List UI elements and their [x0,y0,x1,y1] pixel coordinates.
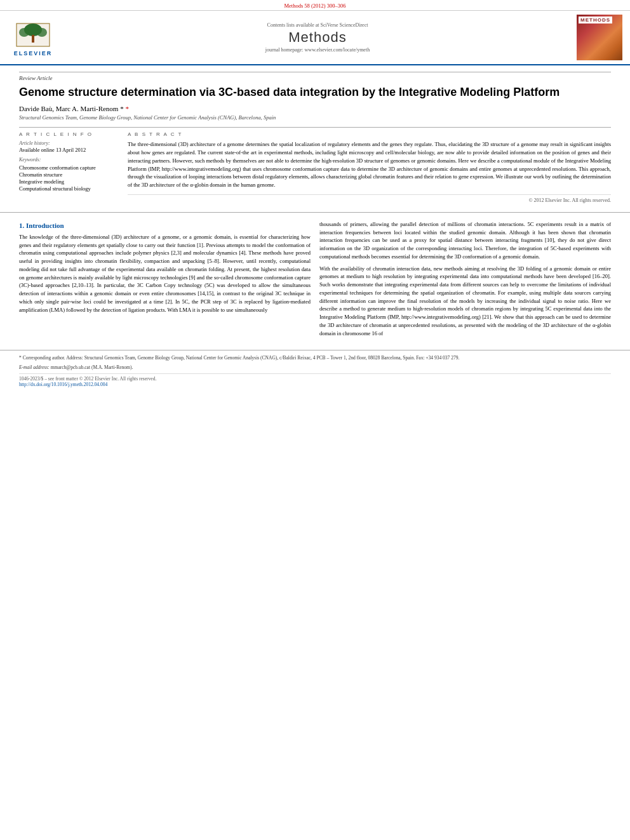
article-section: Review Article Genome structure determin… [0,65,630,210]
footer-footnote-star: * Corresponding author. Address: Structu… [19,354,611,361]
journal-homepage: journal homepage: www.elsevier.com/locat… [66,47,569,53]
svg-rect-2 [32,35,34,43]
keyword-2: Chromatin structure [19,171,117,178]
article-type-label: Review Article [19,72,611,81]
email-value: mmarch@pcb.ub.cat (M.A. Marti-Renom). [51,364,133,370]
sciverse-line: Contents lists available at SciVerse Sci… [66,22,569,28]
keyword-1: Chromosome conformation capture [19,164,117,171]
body-paragraph-right-1: thousands of primers, allowing the paral… [319,220,611,261]
journal-name: Methods [66,29,569,46]
issn-line: 1046-2023/$ – see front matter © 2012 El… [19,376,611,382]
article-info-abstract: A R T I C L E I N F O Article history: A… [19,127,611,203]
svg-point-3 [19,28,29,37]
body-left-column: 1. Introduction The knowledge of the thr… [19,220,311,342]
journal-header: ELSEVIER Contents lists available at Sci… [0,11,630,65]
article-info-column: A R T I C L E I N F O Article history: A… [19,131,117,203]
abstract-body: The three-dimensional (3D) architecture … [128,140,611,189]
keyword-4: Computational structural biology [19,185,117,192]
article-history-label: Article history: [19,140,117,146]
methods-cover-label: METHODS [579,17,612,23]
abstract-text-content: The three-dimensional (3D) architecture … [128,141,611,188]
corresponding-author-mark: * [125,105,129,112]
footer-copyright: 1046-2023/$ – see front matter © 2012 El… [19,373,611,387]
elsevier-logo: ELSEVIER [8,18,58,57]
author-affiliation: Structural Genomics Team, Genome Biology… [19,114,611,121]
body-paragraph-right-2: With the availability of chromatin inter… [319,265,611,338]
abstract-copyright: © 2012 Elsevier Inc. All rights reserved… [128,194,611,203]
available-online-value: Available online 13 April 2012 [19,147,117,153]
body-paragraph-1: The knowledge of the three-dimensional (… [19,233,311,314]
svg-point-4 [37,28,47,37]
author-names: Davide Baù, Marc A. Marti-Renom * [19,105,124,112]
page-footer: * Corresponding author. Address: Structu… [0,350,630,390]
journal-citation: Methods 58 (2012) 300–306 [284,3,345,9]
article-title: Genome structure determination via 3C-ba… [19,85,611,100]
main-body-section: 1. Introduction The knowledge of the thr… [0,212,630,348]
abstract-column: A B S T R A C T The three-dimensional (3… [128,131,611,203]
keyword-3: Integrative modeling [19,178,117,185]
doi-line: http://dx.doi.org/10.1016/j.ymeth.2012.0… [19,382,611,387]
article-info-heading: A R T I C L E I N F O [19,131,117,137]
keywords-label: Keywords: [19,157,117,163]
doi-link[interactable]: http://dx.doi.org/10.1016/j.ymeth.2012.0… [19,382,107,387]
section-1-heading: 1. Introduction [19,222,311,229]
authors-line: Davide Baù, Marc A. Marti-Renom * * [19,105,611,112]
email-label: E-mail address: [19,364,50,370]
journal-citation-bar: Methods 58 (2012) 300–306 [0,0,630,11]
journal-title-block: Contents lists available at SciVerse Sci… [66,22,569,53]
elsevier-logo-icon [11,18,55,49]
abstract-heading: A B S T R A C T [128,131,611,137]
footer-email-line: E-mail address: mmarch@pcb.ub.cat (M.A. … [19,364,611,371]
journal-cover-image: METHODS [577,15,622,60]
body-right-column: thousands of primers, allowing the paral… [319,220,611,342]
elsevier-wordmark: ELSEVIER [14,50,53,57]
